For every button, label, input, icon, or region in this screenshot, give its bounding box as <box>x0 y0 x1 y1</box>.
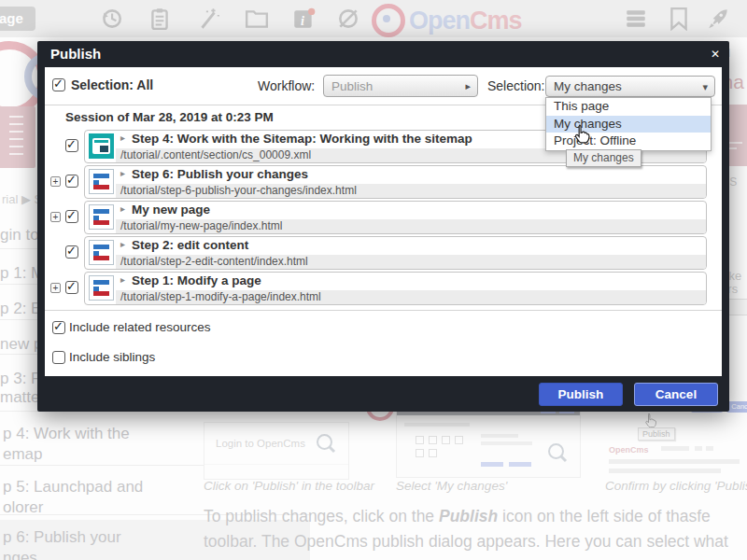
publish-dialog: Publish ✕ ✓ Selection: All Workflow: Pub… <box>37 41 729 412</box>
include-related-checkbox[interactable]: ✓ <box>52 321 65 334</box>
publish-item-row[interactable]: ▸ Step 1: Modify a page /tutorial/step-1… <box>84 272 707 305</box>
publish-button[interactable]: Publish <box>539 383 623 406</box>
item-checkbox[interactable]: ✓ <box>65 281 78 294</box>
item-arrow-icon: ▸ <box>120 239 125 249</box>
page-icon <box>89 169 114 194</box>
selection-select[interactable]: My changes ▾ <box>545 76 715 97</box>
arrow-right-icon: ▸ <box>465 76 471 97</box>
dropdown-option-my-changes[interactable]: My changes <box>546 116 711 133</box>
dropdown-option-this-page[interactable]: This page <box>546 98 711 116</box>
dialog-title: Publish <box>37 41 729 67</box>
item-arrow-icon: ▸ <box>120 133 125 143</box>
publish-item-row[interactable]: ▸ My new page /tutorial/my-new-page/inde… <box>84 201 707 234</box>
cursor-hand-icon <box>573 123 591 148</box>
selection-label: Selection: <box>487 78 544 93</box>
include-related-label: Include related resources <box>69 320 211 334</box>
page-icon <box>89 204 114 230</box>
workflow-label: Workflow: <box>258 78 315 93</box>
selection-all-checkbox[interactable]: ✓ <box>52 78 65 91</box>
item-arrow-icon: ▸ <box>120 168 125 178</box>
workflow-select[interactable]: Publish ▸ <box>323 75 478 97</box>
item-checkbox[interactable]: ✓ <box>65 175 78 188</box>
dialog-footer: Publish Cancel <box>37 376 729 412</box>
page-icon <box>89 240 114 265</box>
publish-item-row[interactable]: ▸ Step 2: edit content /tutorial/step-2-… <box>84 236 707 270</box>
expand-button[interactable]: + <box>50 283 61 293</box>
dropdown-option-project-offline[interactable]: Project: Offline <box>546 133 711 150</box>
close-icon[interactable]: ✕ <box>711 41 720 67</box>
expand-button[interactable]: + <box>50 212 61 222</box>
caret-down-icon: ▾ <box>702 77 708 97</box>
publish-item-row[interactable]: ▸ Step 6: Publish your changes /tutorial… <box>84 165 707 199</box>
include-siblings-label: Include siblings <box>69 350 155 364</box>
item-arrow-icon: ▸ <box>120 274 125 285</box>
dropdown-tooltip: My changes <box>566 149 641 167</box>
selection-dropdown-list: This page My changes Project: Offline <box>545 97 712 151</box>
item-checkbox[interactable]: ✓ <box>65 139 78 152</box>
include-siblings-checkbox[interactable]: ✓ <box>52 351 65 364</box>
item-checkbox[interactable]: ✓ <box>65 245 78 259</box>
session-header: Session of Mar 28, 2019 at 0:23 PM <box>65 110 274 124</box>
item-checkbox[interactable]: ✓ <box>65 210 78 223</box>
content-element-icon <box>89 133 114 159</box>
cancel-button[interactable]: Cancel <box>634 383 718 406</box>
item-arrow-icon: ▸ <box>120 203 125 214</box>
page-icon <box>89 275 114 301</box>
dialog-body: ✓ Selection: All Workflow: Publish ▸ Sel… <box>45 67 722 376</box>
expand-button[interactable]: + <box>50 176 61 187</box>
selection-all-label: Selection: All <box>71 77 153 92</box>
